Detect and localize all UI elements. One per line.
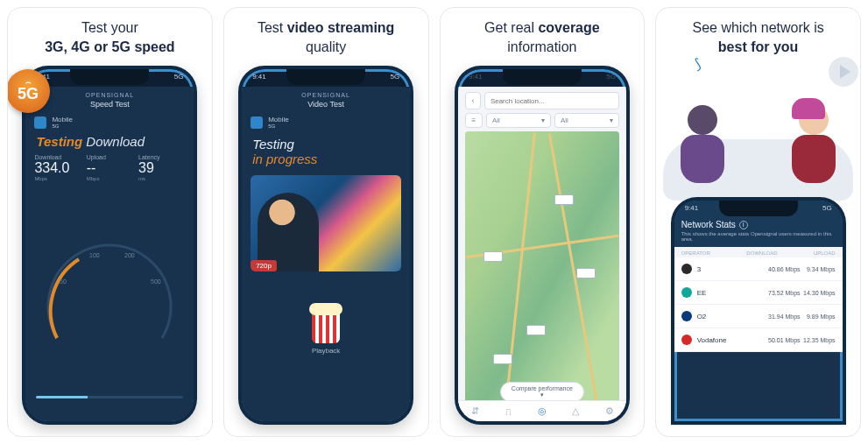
tab-signal-icon[interactable]: ⎍ <box>502 405 514 418</box>
caption-2: Test video streaming quality <box>258 18 395 57</box>
speed-gauge: 50 100 200 500 <box>32 187 187 392</box>
mobile-icon <box>34 116 46 129</box>
tab-bar: ⇵ ⎍ ◎ △ ⚙ <box>458 400 626 421</box>
metrics-row: Download 334.0 Mbps Upload -- Mbps Laten… <box>34 154 185 181</box>
panel-network-stats: See which network is best for you ⟆ 9:41… <box>655 7 861 437</box>
panel-coverage: Get real coverage information 9:415G ‹ ≡… <box>440 7 646 437</box>
download-value: 73.52 Mbps <box>759 290 801 296</box>
filter-network[interactable]: All▾ <box>486 113 551 128</box>
app-name: OPENSIGNAL <box>249 92 403 98</box>
download-value: 40.86 Mbps <box>759 266 801 272</box>
upload-value: 9.89 Mbps <box>801 314 836 320</box>
phone-video: 9:415G OPENSIGNAL Video Test Mobile 5G T… <box>238 66 413 425</box>
svg-text:50: 50 <box>60 278 67 285</box>
filter-row: ≡ All▾ All▾ <box>465 113 619 128</box>
person-2 <box>792 105 836 183</box>
caption-1: Test your 3G, 4G or 5G speed <box>45 18 175 57</box>
operator-name: Vodafone <box>697 336 727 344</box>
info-icon[interactable]: i <box>739 221 748 229</box>
operator-name: O2 <box>697 313 707 321</box>
stats-row[interactable]: Vodafone50.01 Mbps12.35 Mbps <box>674 328 843 352</box>
filter-tech[interactable]: All▾ <box>554 113 619 128</box>
operator-name: 3 <box>697 265 701 273</box>
operator-icon <box>681 264 692 274</box>
screen-title: Speed Test <box>32 100 187 109</box>
stats-row[interactable]: 340.86 Mbps9.34 Mbps <box>674 257 843 281</box>
stats-title: Network Stats <box>681 220 736 229</box>
upload-value: 9.34 Mbps <box>801 266 836 272</box>
panel-video-test: Test video streaming quality 9:415G OPEN… <box>223 7 429 437</box>
phone-coverage: 9:415G ‹ ≡ All▾ All▾ <box>455 66 630 425</box>
resolution-tag: 720p <box>251 260 277 271</box>
chevron-down-icon: ▾ <box>541 116 545 124</box>
playback-stage: Playback <box>249 312 403 355</box>
operator-icon <box>681 335 692 345</box>
phone-stats: 9:415G Network Stats i This shows the av… <box>671 197 846 425</box>
download-value: 50.01 Mbps <box>759 337 801 343</box>
wifi-icon: ⟆ <box>693 55 702 73</box>
tab-speed-icon[interactable]: ⇵ <box>469 405 481 418</box>
screen-title: Video Test <box>249 100 403 109</box>
compare-button[interactable]: Compare performance ▾ <box>500 382 584 402</box>
testing-status: Testing in progress <box>252 137 399 166</box>
mobile-icon <box>251 116 263 129</box>
back-button[interactable]: ‹ <box>465 92 481 109</box>
progress-bar <box>36 396 183 398</box>
chevron-down-icon: ▾ <box>610 116 613 124</box>
operator-icon <box>681 311 692 321</box>
testing-status: Testing Download <box>36 134 187 149</box>
upload-value: 12.35 Mbps <box>801 337 836 343</box>
svg-text:500: 500 <box>151 278 161 285</box>
filter-icon[interactable]: ≡ <box>465 113 483 128</box>
stats-row[interactable]: O231.94 Mbps9.89 Mbps <box>674 305 843 328</box>
tab-settings-icon[interactable]: ⚙ <box>603 405 616 418</box>
svg-text:200: 200 <box>124 252 135 258</box>
stats-columns: OPERATOR DOWNLOAD UPLOAD <box>674 247 843 257</box>
upload-value: 14.30 Mbps <box>801 290 836 296</box>
stats-row[interactable]: EE73.52 Mbps14.30 Mbps <box>674 281 843 305</box>
metric-latency: Latency 39 ms <box>138 154 185 181</box>
metric-upload: Upload -- Mbps <box>87 154 133 181</box>
play-icon <box>829 57 858 87</box>
stats-rows: 340.86 Mbps9.34 MbpsEE73.52 Mbps14.30 Mb… <box>674 257 843 352</box>
connection-type: Mobile 5G <box>251 116 403 129</box>
app-name: OPENSIGNAL <box>32 92 187 98</box>
operator-icon <box>681 287 692 298</box>
badge-5g: ⌢ 5G <box>7 69 50 113</box>
connection-type: Mobile 5G <box>34 116 187 129</box>
person-1 <box>681 105 724 183</box>
stats-subtitle: This shows the average stats Opensignal … <box>681 231 836 242</box>
search-row: ‹ <box>465 92 619 109</box>
phone-speed: 9:415G OPENSIGNAL Speed Test Mobile 5G T… <box>22 66 197 425</box>
panel-speed-test: Test your 3G, 4G or 5G speed ⌢ 5G 9:415G… <box>7 7 213 437</box>
video-preview: 720p <box>251 175 401 271</box>
caption-3: Get real coverage information <box>484 18 600 57</box>
download-value: 31.94 Mbps <box>759 314 801 320</box>
tab-map-icon[interactable]: ◎ <box>536 405 548 418</box>
illustration: ⟆ <box>656 52 860 201</box>
tab-video-icon[interactable]: △ <box>569 405 582 418</box>
popcorn-icon <box>312 312 340 343</box>
coverage-map[interactable] <box>465 131 619 416</box>
search-input[interactable] <box>484 92 619 109</box>
operator-name: EE <box>697 289 707 297</box>
metric-download: Download 334.0 Mbps <box>34 154 81 181</box>
svg-text:100: 100 <box>89 252 100 258</box>
